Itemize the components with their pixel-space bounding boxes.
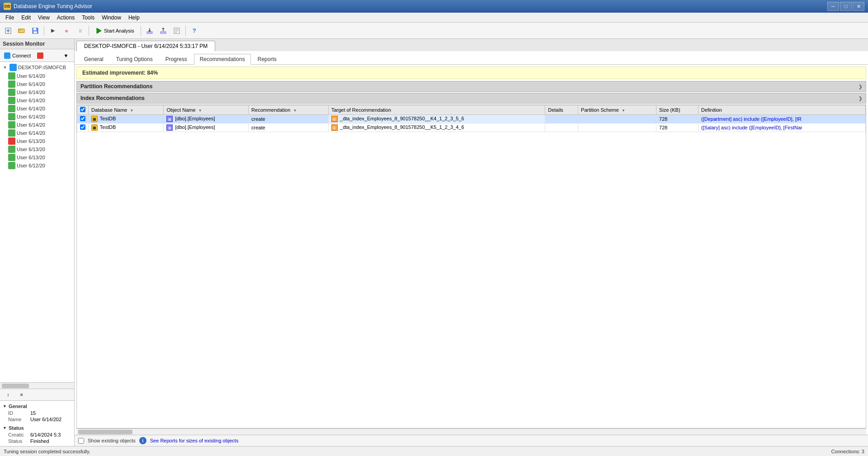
save-button[interactable] xyxy=(29,24,42,37)
session-monitor-header: Session Monitor xyxy=(0,39,74,49)
disconnect-button[interactable] xyxy=(34,49,47,62)
sort-props-button[interactable]: ↕ xyxy=(2,389,14,401)
col-object-name-label: Object Name xyxy=(166,107,195,113)
recommendations-table-wrapper[interactable]: Database Name ▼ Object Name ▼ Recommenda… xyxy=(76,104,866,428)
session-icon-7 xyxy=(8,121,15,128)
connect-button[interactable]: Connect xyxy=(2,49,33,62)
session-item-10[interactable]: User 6/13/20 xyxy=(7,145,73,153)
row2-partition-cell xyxy=(578,124,656,132)
menu-help[interactable]: Help xyxy=(125,13,143,22)
session-label-3: User 6/14/20 xyxy=(17,90,45,95)
session-scrollbar[interactable] xyxy=(0,382,74,389)
table-row[interactable]: ▦ TestDB ▦ [dbo].[Employees] create ⚿ _d… xyxy=(77,115,866,124)
pause-button[interactable]: ⏸ xyxy=(74,24,86,37)
see-reports-link[interactable]: See Reports for sizes of existing object… xyxy=(150,438,239,443)
reports-button[interactable] xyxy=(170,24,183,37)
session-item-1[interactable]: User 6/14/20 xyxy=(7,72,73,80)
session-label-12: User 6/12/20 xyxy=(17,163,45,168)
horizontal-scrollbar[interactable] xyxy=(76,428,866,435)
prop-status-value: Finished xyxy=(30,438,49,444)
play-button[interactable]: ▶ xyxy=(47,24,59,37)
session-item-12[interactable]: User 6/12/20 xyxy=(7,162,73,170)
row2-object-name: [dbo].[Employees] xyxy=(175,124,215,130)
menu-tools[interactable]: Tools xyxy=(78,13,98,22)
row1-definition-link[interactable]: ([Department] asc) include ([EmployeeID]… xyxy=(701,116,802,122)
session-tab-main[interactable]: DESKTOP-ISMOFCB - User 6/14/2024 5:33:17… xyxy=(76,41,215,51)
session-item-8[interactable]: User 6/14/20 xyxy=(7,129,73,137)
maximize-button[interactable]: □ xyxy=(840,2,852,11)
tab-progress[interactable]: Progress xyxy=(160,53,193,64)
session-tree: ▼ DESKTOP-ISMOFCB User 6/14/20 User 6/14… xyxy=(0,62,74,382)
tab-tuning-options[interactable]: Tuning Options xyxy=(110,53,159,64)
session-item-3[interactable]: User 6/14/20 xyxy=(7,88,73,96)
tab-recommendations[interactable]: Recommendations xyxy=(194,54,251,65)
table-header-row: Database Name ▼ Object Name ▼ Recommenda… xyxy=(77,105,866,115)
tab-reports[interactable]: Reports xyxy=(252,53,283,64)
prop-status-label: Status xyxy=(8,438,28,444)
row1-checkbox[interactable] xyxy=(80,116,85,121)
table-row[interactable]: ▦ TestDB ▦ [dbo].[Employees] create ⚿ _d… xyxy=(77,124,866,132)
menu-view[interactable]: View xyxy=(34,13,53,22)
start-analysis-button[interactable]: Start Analysis xyxy=(91,24,138,37)
list-props-button[interactable]: ≡ xyxy=(15,389,28,401)
partition-section-header[interactable]: Partition Recommendations ❯ xyxy=(76,81,866,92)
open-button[interactable] xyxy=(15,24,28,37)
select-all-checkbox[interactable] xyxy=(80,107,85,112)
general-section-label: General xyxy=(9,404,27,409)
status-section-label: Status xyxy=(9,425,24,431)
col-target[interactable]: Target of Recommendation xyxy=(328,105,545,115)
row2-definition-link[interactable]: ([Salary] asc) include ([EmployeeID], [F… xyxy=(701,125,802,130)
tab-general[interactable]: General xyxy=(78,53,109,64)
session-icon-3 xyxy=(8,89,15,96)
help-button[interactable]: ? xyxy=(188,24,201,37)
stop-button[interactable]: ■ xyxy=(60,24,73,37)
row2-checkbox-cell[interactable] xyxy=(77,124,89,132)
scrollbar-thumb xyxy=(2,384,29,388)
col-object-name[interactable]: Object Name ▼ xyxy=(164,105,249,115)
menu-file[interactable]: File xyxy=(2,13,18,22)
session-item-9[interactable]: User 6/13/20 xyxy=(7,137,73,145)
col-checkbox[interactable] xyxy=(77,105,89,115)
session-item-2[interactable]: User 6/14/20 xyxy=(7,80,73,88)
index-section-header[interactable]: Index Recommendations ❯ xyxy=(76,93,866,104)
close-button[interactable]: ✕ xyxy=(853,2,864,11)
prop-id-value: 15 xyxy=(30,410,36,416)
menu-actions[interactable]: Actions xyxy=(53,13,78,22)
row2-checkbox[interactable] xyxy=(80,124,85,130)
session-item-6[interactable]: User 6/14/20 xyxy=(7,113,73,121)
session-item-4[interactable]: User 6/14/20 xyxy=(7,96,73,104)
session-expand-button[interactable]: ▼ xyxy=(60,49,72,62)
improvement-label: Estimated improvement: xyxy=(82,70,146,76)
index-chevron-icon: ❯ xyxy=(859,96,862,101)
import-button[interactable] xyxy=(157,24,170,37)
general-section-header[interactable]: ▼ General xyxy=(3,403,71,410)
show-existing-checkbox[interactable] xyxy=(78,438,84,444)
col-db-name[interactable]: Database Name ▼ xyxy=(89,105,164,115)
prop-id-label: ID xyxy=(8,410,28,416)
col-size-kb[interactable]: Size (KB) xyxy=(656,105,698,115)
session-icon-5 xyxy=(8,105,15,112)
session-item-11[interactable]: User 6/13/20 xyxy=(7,153,73,162)
new-session-button[interactable] xyxy=(2,24,14,37)
row1-object-name: [dbo].[Employees] xyxy=(175,116,215,121)
status-section-header[interactable]: ▼ Status xyxy=(3,424,71,432)
col-target-label: Target of Recommendation xyxy=(331,107,391,113)
session-label-2: User 6/14/20 xyxy=(17,81,45,87)
row1-checkbox-cell[interactable] xyxy=(77,115,89,124)
row2-target-icon: ⚿ xyxy=(331,124,338,131)
col-definition[interactable]: Definition xyxy=(698,105,866,115)
start-analysis-label: Start Analysis xyxy=(104,28,134,33)
col-details[interactable]: Details xyxy=(545,105,578,115)
col-recommendation[interactable]: Recommendation ▼ xyxy=(249,105,329,115)
menu-window[interactable]: Window xyxy=(98,13,125,22)
col-partition-scheme[interactable]: Partition Scheme ▼ xyxy=(578,105,656,115)
menu-edit[interactable]: Edit xyxy=(18,13,34,22)
export-button[interactable] xyxy=(143,24,156,37)
index-section-label: Index Recommendations xyxy=(80,95,145,101)
app-icon: DB xyxy=(4,3,11,10)
minimize-button[interactable]: ─ xyxy=(827,2,839,11)
session-label-11: User 6/13/20 xyxy=(17,155,45,160)
session-item-7[interactable]: User 6/14/20 xyxy=(7,121,73,129)
session-item-5[interactable]: User 6/14/20 xyxy=(7,104,73,113)
tree-root-server[interactable]: ▼ DESKTOP-ISMOFCB xyxy=(1,63,73,72)
